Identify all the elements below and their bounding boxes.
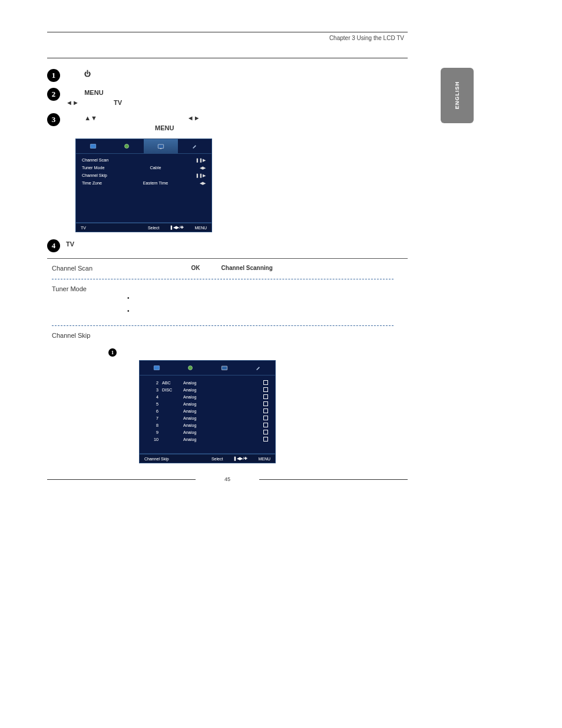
checkbox-icon [263, 423, 268, 427]
channel-type: Analog [183, 416, 196, 421]
osd2-tab-audio [174, 361, 208, 375]
step-2-t0: Press [66, 89, 84, 96]
option-tuner-mode: Tuner Mode Select TV tuner mode. If the … [52, 279, 394, 326]
step-2-marker: 2 [47, 88, 60, 101]
checkbox-icon [263, 394, 268, 399]
channel-row: 6Analog [147, 407, 268, 414]
osd-row-time-zone: Time Zone Eastern Time ◀▶ [82, 179, 206, 187]
channel-row: 5Analog [147, 400, 268, 407]
left-right-arrows-icon: ◀▶ [188, 180, 206, 186]
channel-row: 8Analog [147, 421, 268, 429]
osd2-tab-tv [207, 361, 242, 375]
power-icon: ⏻ [84, 70, 91, 77]
channel-row: 4Analog [147, 393, 268, 400]
osd-tabs [75, 139, 212, 154]
osd-row-channel-scan: Channel Scan ❚❚▶ [82, 156, 206, 164]
t: Select scan type, then press [115, 265, 191, 271]
osd-row-label: Channel Scan [82, 157, 123, 163]
osd-tab-picture [76, 139, 110, 153]
channel-row: 7Analog [147, 414, 268, 421]
osd-row-value: Eastern Time [123, 180, 188, 186]
tv-menu-label: TV [114, 99, 122, 106]
menu-button-label-2: MENU [155, 124, 174, 131]
osd-tv-menu: Channel Scan ❚❚▶ Tuner Mode Cable ◀▶ Cha… [75, 139, 212, 232]
channel-number: 7 [147, 416, 162, 421]
channel-number: 6 [147, 409, 162, 414]
up-down-arrows-icon: ▲▼ [84, 114, 97, 121]
svg-point-1 [125, 144, 129, 149]
option-channel-scan: Channel Scan Select scan type, then pres… [52, 259, 394, 279]
tv-label: TV [66, 241, 74, 248]
osd2-tab-setup [242, 361, 276, 375]
option-name: Tuner Mode [52, 284, 115, 319]
osd-row-label: Channel Skip [82, 173, 123, 178]
tv-icon [220, 364, 229, 372]
wrench-icon [190, 142, 199, 150]
option-desc: Select scan type, then press OK to start… [115, 263, 394, 273]
osd2-tabs [139, 360, 276, 375]
substep-1-marker: 1 [108, 348, 117, 357]
ok-button-label: OK [191, 265, 200, 271]
t: . [275, 265, 276, 271]
channel-name: DISC [162, 387, 183, 393]
osd-footer-menu: MENU [194, 226, 207, 230]
chapter-header: Chapter 3 Using the LCD TV [47, 35, 408, 41]
step-3-t0: Press [66, 114, 84, 121]
step-2-t4: to highlight [81, 99, 114, 106]
options-table: Channel Scan Select scan type, then pres… [52, 259, 394, 346]
channel-name: ABC [162, 380, 183, 386]
osd-body: Channel Scan ❚❚▶ Tuner Mode Cable ◀▶ Cha… [75, 154, 212, 223]
channel-type: Analog [183, 423, 196, 428]
osd-footer-title: TV [81, 226, 86, 230]
osd2-footer-menu: MENU [258, 457, 270, 461]
channel-type: Analog [183, 387, 196, 393]
channel-number: 5 [147, 401, 162, 407]
osd-row-value [123, 157, 188, 163]
picture-icon [153, 364, 161, 372]
osd-footer: TV Select ❚◀▶/✚ MENU [75, 223, 212, 232]
channel-type: Analog [183, 430, 196, 435]
osd-row-tuner-mode: Tuner Mode Cable ◀▶ [82, 164, 206, 172]
step-3-marker: 3 [47, 113, 60, 126]
step-1-marker: 1 [47, 69, 60, 82]
step-2-t6: menu. [124, 99, 142, 106]
t: Skip channel on the list. [115, 331, 394, 340]
step-1-post: to turn on the LCD TV. [92, 70, 157, 77]
channel-row: 3DISCAnalog [147, 386, 268, 393]
checkbox-icon [263, 409, 268, 413]
svg-rect-3 [160, 149, 161, 149]
step-3: 3 Press ▲▼ to select an option, then pre… [47, 113, 408, 133]
osd-footer-arrows-icon: ❚◀▶/✚ [170, 225, 184, 230]
osd2-footer-title: Channel Skip [144, 457, 201, 461]
step-1: 1 Press ⏻ to turn on the LCD TV. [47, 69, 408, 82]
osd-row-label: Time Zone [82, 180, 123, 186]
language-tab: ENGLISH [441, 68, 474, 123]
osd2-footer-select: Select [211, 457, 223, 461]
channel-type: Analog [183, 409, 196, 414]
channel-type: Analog [183, 394, 196, 400]
channel-number: 8 [147, 423, 162, 428]
ok-button-label: OK [138, 348, 146, 355]
enter-arrow-icon: ❚❚▶ [188, 157, 206, 163]
enter-arrow-icon: ❚❚▶ [188, 173, 206, 178]
t: Select TV tuner mode. [115, 284, 394, 294]
osd2-tab-picture [140, 361, 174, 375]
channel-row: 9Analog [147, 429, 268, 436]
channel-number: 9 [147, 430, 162, 435]
channel-number: 4 [147, 394, 162, 400]
osd-row-value [123, 173, 188, 178]
substep-1: 1 Press OK to display the list. [108, 348, 408, 357]
picture-icon [89, 142, 97, 150]
option-name: Channel Scan [52, 263, 115, 273]
osd2-footer: Channel Skip Select ❚◀▶/✚ MENU [139, 454, 276, 463]
page-number: 45 [47, 476, 408, 482]
osd-tab-setup [178, 139, 212, 153]
channel-row: 10Analog [147, 436, 268, 443]
wrench-icon [254, 364, 262, 372]
channel-type: Analog [183, 380, 196, 386]
svg-rect-4 [154, 366, 159, 370]
checkbox-icon [263, 401, 268, 406]
step-4: 4 TV options: [47, 239, 408, 252]
tv-icon [157, 142, 165, 150]
step-1-pre: Press [66, 70, 84, 77]
